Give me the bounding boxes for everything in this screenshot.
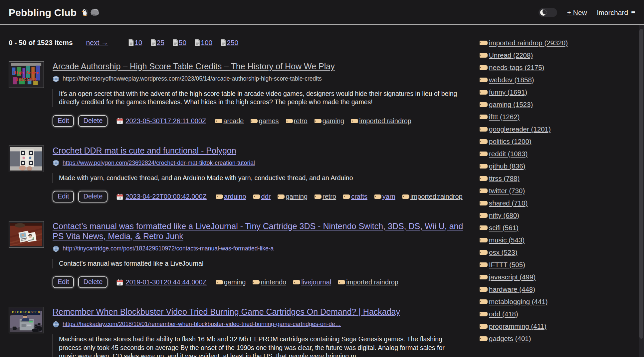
tag-icon [351,119,358,123]
bookmark-thumbnail: High Score Initials [9,61,44,88]
bookmark-title-link[interactable]: Crochet DDR mat is cute and functional -… [53,146,236,155]
svg-text:17: 17 [118,282,121,285]
tag-icon [216,194,223,199]
sidebar-tag-row: reddit (1083) [480,150,644,157]
bookmark-tag-link[interactable]: crafts [343,193,367,200]
tag-icon [480,201,488,205]
bookmark-date-link[interactable]: 2019-01-30T20:44:44.000Z [125,278,207,286]
sidebar-tag-row: politics (1200) [480,138,644,145]
bookmark-tag-link[interactable]: games [251,117,279,125]
sidebar-tag-link[interactable]: odd (418) [489,310,518,318]
bookmark-tags: gaming nintendo livejournal imported:rai… [216,278,398,286]
bookmark-tag-link[interactable]: ddr [253,193,271,200]
page-icon [150,39,156,46]
sidebar-tag-link[interactable]: shared (710) [489,199,528,207]
sidebar-tag-link[interactable]: imported:raindrop (29320) [489,39,568,47]
scrollbar[interactable] [639,25,644,357]
page-size-link-250[interactable]: 250 [220,39,238,47]
sidebar-tag-link[interactable]: ifttt (1262) [489,113,520,121]
sidebar-tag-link[interactable]: googlereader (1201) [489,125,551,133]
bookmark-tag-link[interactable]: arcade [215,117,244,125]
bookmark-title-link[interactable]: Contact’s manual was formatted like a Li… [53,221,463,241]
sidebar-tag-link[interactable]: scifi (561) [489,224,519,232]
edit-button[interactable]: Edit [53,191,74,202]
bookmark-thumbnail: BLOCKBUSTER [9,307,44,333]
bookmark-tag-link[interactable]: gaming [216,278,246,286]
bookmark-date-link[interactable]: 2023-04-22T00:00:42.000Z [125,193,207,200]
bookmark-tag-link[interactable]: retro [315,193,336,200]
tag-icon [480,336,488,341]
sidebar-tag-link[interactable]: hardware (448) [489,285,535,293]
tag-icon [343,194,350,199]
bookmark-title-link[interactable]: Arcade Authorship – High Score Table Cre… [53,62,335,71]
delete-button[interactable]: Delete [78,191,107,202]
edit-button[interactable]: Edit [53,276,74,288]
delete-button[interactable]: Delete [78,115,107,127]
page-size-link-25[interactable]: 25 [150,39,164,47]
sidebar-tag-link[interactable]: gaming (1523) [489,101,533,109]
bookmark-tag-link[interactable]: gaming [278,193,308,200]
sidebar-tag-link[interactable]: webdev (1858) [489,76,534,84]
items-count: 0 - 50 of 1523 items [9,39,73,47]
page-icon [128,39,134,46]
bookmark-tag-link[interactable]: imported:raindrop [351,117,411,125]
page-size-link-50[interactable]: 50 [172,39,186,47]
bookmark-tag-link[interactable]: livejournal [293,278,331,286]
bookmark-item: Contact’s manual was formatted like a Li… [9,221,471,288]
new-bookmark-link[interactable]: + New [567,9,587,17]
scrollbar-thumb[interactable] [639,29,643,339]
tag-icon [480,127,488,132]
sidebar-tag-link[interactable]: gadgets (401) [489,335,531,343]
bookmark-tag-link[interactable]: yarn [374,193,395,200]
sidebar-tag-link[interactable]: nifty (680) [489,211,519,219]
sidebar-tag-link[interactable]: Unread (2208) [489,51,533,59]
tag-sidebar: imported:raindrop (29320) Unread (2208) … [471,25,644,347]
sidebar-tag-link[interactable]: javascript (499) [489,273,536,281]
bookmark-thumbnail [9,221,44,248]
page-size-link-100[interactable]: 100 [194,39,212,47]
bookmark-date-link[interactable]: 2023-05-30T17:26:11.000Z [125,117,206,125]
next-page-link[interactable]: next → [86,39,108,47]
sidebar-tag-link[interactable]: politics (1200) [489,138,532,146]
bookmark-tag-link[interactable]: gaming [315,117,344,125]
bookmark-tag-link[interactable]: nintendo [253,278,286,286]
sidebar-tag-link[interactable]: ttrss (788) [489,175,520,182]
tag-icon [374,194,381,199]
edit-button[interactable]: Edit [53,115,74,127]
page-size-link-10[interactable]: 10 [128,39,142,47]
sidebar-tag-link[interactable]: github (836) [489,162,525,170]
bookmark-tag-link[interactable]: imported:raindrop [402,193,463,200]
bookmark-tag-link[interactable]: imported:raindrop [338,278,398,286]
delete-button[interactable]: Delete [78,276,107,288]
sidebar-tag-link[interactable]: metablogging (441) [489,298,548,306]
rock-icon [90,8,100,18]
sidebar-tag-row: ifttt (1262) [480,113,644,120]
bookmark-url-link[interactable]: https://hackaday.com/2018/10/01/remember… [63,321,341,328]
user-menu[interactable]: lmorchard ≡ [597,9,635,17]
tag-icon [251,119,258,123]
tag-icon [480,53,488,58]
sidebar-tag-link[interactable]: programming (411) [489,322,546,330]
sidebar-tag-link[interactable]: music (543) [489,236,525,244]
sidebar-tag-link[interactable]: funny (1691) [489,88,527,96]
sidebar-tag-row: twitter (730) [480,187,644,194]
tag-icon [480,275,488,279]
theme-toggle[interactable] [538,8,557,17]
sidebar-tag-link[interactable]: needs-tags (2175) [489,64,544,72]
bookmark-tag-link[interactable]: arduino [216,193,246,200]
sidebar-tag-link[interactable]: IFTTT (505) [489,261,525,269]
sidebar-tag-link[interactable]: reddit (1083) [489,150,528,158]
sidebar-tag-row: hardware (448) [480,286,644,293]
bookmark-description: Machines at these stores had the ability… [53,334,462,357]
bookmark-title-link[interactable]: Remember When Blockbuster Video Tried Bu… [53,307,400,316]
tag-icon [253,280,260,284]
tag-icon [480,213,488,218]
tag-icon [480,250,488,255]
bookmark-url-link[interactable]: https://thehistoryofhowweplay.wordpress.… [63,75,322,82]
bookmark-url-link[interactable]: http://tinycartridge.com/post/1824295109… [63,245,274,252]
bookmark-url-link[interactable]: https://www.polygon.com/23692824/crochet… [63,160,255,167]
sidebar-tag-link[interactable]: twitter (730) [489,187,525,195]
sidebar-tag-link[interactable]: osx (523) [489,248,517,256]
sidebar-tag-row: osx (523) [480,249,644,256]
bookmark-tag-link[interactable]: retro [286,117,308,125]
